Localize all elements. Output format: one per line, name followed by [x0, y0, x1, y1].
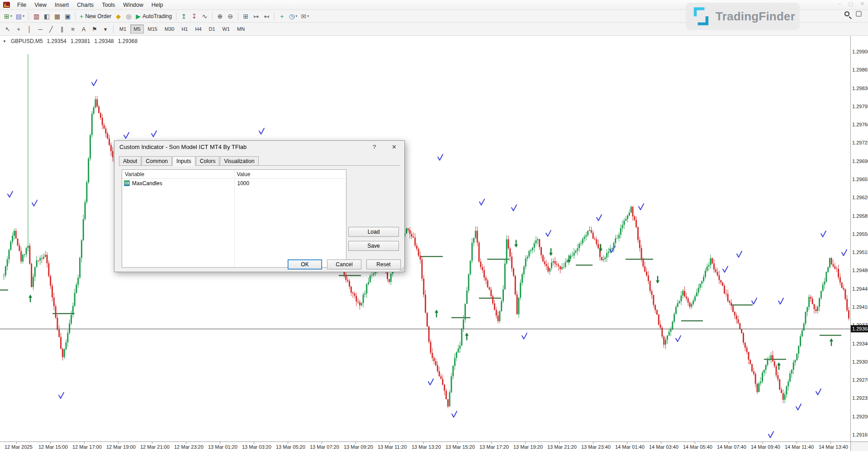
search-icon[interactable] — [844, 11, 849, 16]
timeframe-m30[interactable]: M30 — [161, 24, 177, 34]
time-axis-tick — [118, 442, 119, 444]
indicator-window-remove-button[interactable]: ↧ — [189, 11, 199, 21]
tile-windows-button[interactable]: ⊞ — [241, 11, 251, 21]
price-axis[interactable]: 1.29368 1.299001.298651.298301.297951.29… — [850, 36, 868, 441]
indicators-add-button[interactable]: + — [277, 11, 287, 21]
fibonacci-retracement-icon[interactable]: ≡ — [67, 24, 78, 34]
cursor-icon[interactable]: ↖ — [2, 24, 13, 34]
timeframe-m1[interactable]: M1 — [116, 24, 129, 34]
menu-window[interactable]: Window — [119, 0, 147, 10]
tab-inputs[interactable]: Inputs — [172, 156, 195, 166]
timeframe-mn[interactable]: MN — [234, 24, 248, 34]
ok-button[interactable]: OK — [288, 259, 322, 269]
toolbar-separator — [238, 12, 238, 20]
horizontal-line-icon[interactable]: ─ — [35, 24, 46, 34]
save-button[interactable]: Save — [348, 241, 399, 251]
autotrading-button[interactable]: ▶AutoTrading — [134, 11, 174, 21]
timeframe-h4[interactable]: H4 — [192, 24, 204, 34]
timeframe-d1[interactable]: D1 — [206, 24, 218, 34]
terminal-button[interactable]: ▣ — [62, 11, 73, 21]
time-axis-label: 13 Mar 07:20 — [310, 444, 339, 450]
table-row[interactable]: 123MaxCandles1000 — [122, 179, 346, 187]
arrow-objects-icon[interactable]: ⚑ — [89, 24, 100, 34]
price-axis-label: 1.29760 — [852, 122, 868, 127]
menu-file[interactable]: File — [13, 0, 30, 10]
market-watch-button[interactable]: ▥ — [31, 11, 42, 21]
menu-charts[interactable]: Charts — [73, 0, 98, 10]
inputs-table[interactable]: Variable Value 123MaxCandles1000 — [122, 169, 346, 268]
chart-shift-button[interactable]: ↤ — [261, 11, 272, 21]
time-axis-label: 13 Mar 09:20 — [344, 444, 373, 450]
price-axis-label: 1.29375 — [852, 322, 868, 328]
menu-help[interactable]: Help — [147, 0, 167, 10]
time-axis-tick — [186, 442, 186, 444]
tab-common[interactable]: Common — [142, 156, 172, 165]
expert-advisors-button[interactable]: ◎ — [123, 11, 134, 21]
navigator-button[interactable]: ▦ — [52, 11, 62, 21]
data-window-button[interactable]: ◧ — [42, 11, 52, 21]
metaeditor-button[interactable]: ◆ — [113, 11, 123, 21]
tab-about[interactable]: About — [119, 156, 141, 165]
metaeditor-icon: ◆ — [116, 13, 121, 19]
reset-button[interactable]: Reset — [366, 259, 401, 269]
close-button[interactable]: ✕ — [860, 1, 864, 7]
new-chart-button[interactable]: ⊞▾ — [2, 11, 14, 21]
zoom-out-button[interactable]: ⊖ — [225, 11, 236, 21]
zoom-in-button[interactable]: ⊕ — [215, 11, 225, 21]
menu-insert[interactable]: Insert — [51, 0, 73, 10]
text-label-icon[interactable]: A — [78, 24, 89, 34]
price-axis-label: 1.29165 — [852, 432, 868, 437]
load-button[interactable]: Load — [348, 227, 399, 237]
price-axis-label: 1.29620 — [852, 195, 868, 200]
tab-colors[interactable]: Colors — [196, 156, 220, 165]
trendline-icon[interactable]: ╱ — [46, 24, 57, 34]
timeframe-w1[interactable]: W1 — [219, 24, 233, 34]
equidistant-channel-icon[interactable]: ∥ — [57, 24, 67, 34]
time-axis-tick — [525, 442, 526, 444]
timeframe-m5[interactable]: M5 — [130, 24, 143, 34]
time-axis-label: 14 Mar 01:40 — [615, 444, 645, 450]
price-axis-label: 1.29900 — [852, 49, 868, 54]
time-axis-label: 12 Mar 23:20 — [174, 444, 204, 450]
new-order-label: New Order — [85, 13, 111, 19]
market-watch-icon: ▥ — [33, 13, 39, 19]
restore-button[interactable]: ▢ — [848, 1, 853, 7]
menu-view[interactable]: View — [30, 0, 51, 10]
time-axis[interactable]: 12 Mar 202512 Mar 15:0012 Mar 17:0012 Ma… — [0, 441, 850, 451]
profiles-button[interactable]: ▤▾ — [14, 11, 26, 21]
dropdown-caret-icon: ▾ — [23, 14, 24, 18]
new-order-button[interactable]: +New Order — [78, 11, 113, 21]
ohlc-open: 1.29354 — [47, 38, 66, 44]
navigator-icon: ▦ — [54, 13, 60, 19]
dialog-close-icon[interactable]: ✕ — [390, 144, 398, 150]
input-type-icon: 123 — [124, 180, 130, 186]
panel-toggle-icon[interactable] — [856, 11, 862, 17]
terminal-icon: ▣ — [65, 13, 71, 19]
dialog-help-button[interactable]: ? — [370, 144, 378, 150]
line-studies-mode-button[interactable]: ∿ — [199, 11, 210, 21]
cancel-button[interactable]: Cancel — [327, 259, 361, 269]
crosshair-icon[interactable]: + — [13, 24, 24, 34]
resize-grip[interactable] — [398, 266, 404, 271]
periods-button[interactable]: ◷▾ — [287, 11, 299, 21]
dialog-titlebar[interactable]: Custom Indicator - Son Model ICT MT4 By … — [114, 141, 404, 153]
draw-tools: ↖+│─╱∥≡A⚑▾ — [2, 24, 111, 34]
minimize-button[interactable]: – — [838, 1, 841, 7]
ohlc-close: 1.29368 — [118, 38, 138, 44]
time-axis-label: 14 Mar 09:40 — [751, 444, 780, 450]
objects-list-icon[interactable]: ▾ — [100, 24, 111, 34]
price-axis-label: 1.29550 — [852, 231, 868, 237]
tile-windows-icon: ⊞ — [243, 13, 249, 19]
menu-tools[interactable]: Tools — [98, 0, 119, 10]
indicator-window-add-button[interactable]: ↥ — [179, 11, 189, 21]
tab-visualization[interactable]: Visualization — [220, 156, 258, 165]
time-axis-tick — [84, 442, 85, 444]
vertical-line-icon[interactable]: │ — [24, 24, 35, 34]
chart-menu-icon[interactable]: ▼ — [3, 39, 6, 43]
auto-scroll-button[interactable]: ↦ — [251, 11, 261, 21]
timeframe-m15[interactable]: M15 — [145, 24, 161, 34]
timeframe-h1[interactable]: H1 — [178, 24, 191, 34]
templates-button[interactable]: ✉▾ — [299, 11, 311, 21]
indicator-window-add-icon: ↥ — [181, 13, 187, 19]
toolbar-separator — [28, 12, 29, 20]
